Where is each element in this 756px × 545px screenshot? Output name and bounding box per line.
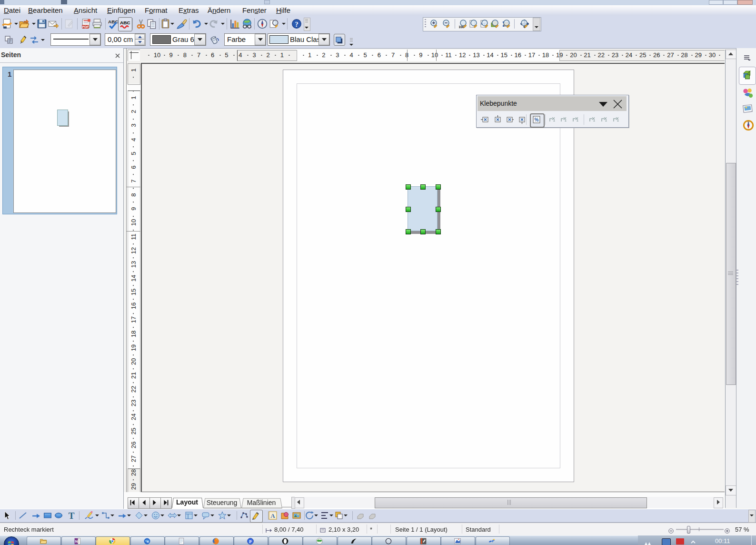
svg-text:A: A: [270, 512, 275, 519]
svg-text:PDF: PDF: [82, 25, 89, 29]
svg-text:N: N: [75, 539, 78, 544]
svg-text:N: N: [747, 121, 749, 123]
svg-text:ABC: ABC: [108, 19, 118, 24]
svg-text:ABC: ABC: [120, 20, 130, 25]
svg-text:%: %: [535, 117, 539, 122]
svg-text:P: P: [249, 539, 252, 544]
svg-text:?: ?: [295, 20, 298, 28]
svg-text:T: T: [69, 511, 75, 520]
